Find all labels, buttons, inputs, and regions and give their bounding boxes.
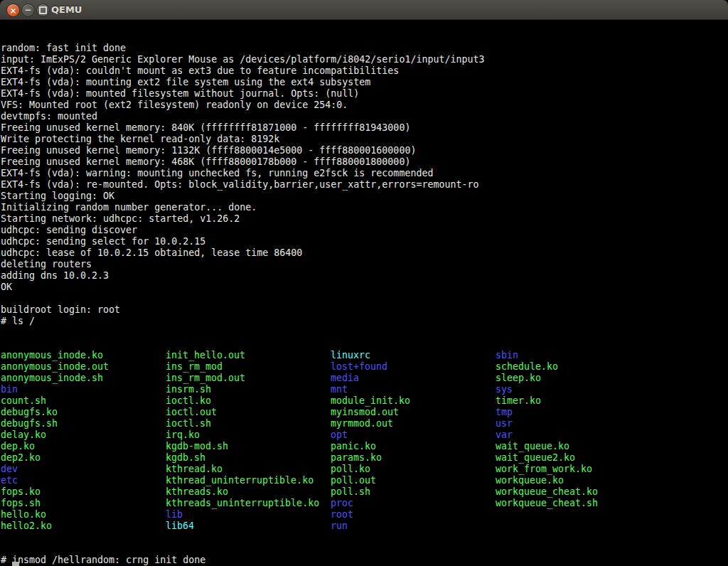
ls-entry: kthread_uninterruptible.ko: [166, 475, 331, 486]
ls-entry: ins_rm_mod.out: [166, 373, 331, 384]
ls-entry: workqueue_cheat.sh: [496, 498, 598, 509]
terminal-line: Freeing unused kernel memory: 840K (ffff…: [0, 122, 728, 134]
ls-row: hello2.kolib64run: [0, 520, 728, 532]
ls-entry: myinsmod.out: [331, 407, 496, 418]
terminal-line: deleting routers: [0, 259, 728, 270]
ls-entry: poll.out: [331, 475, 496, 486]
ls-entry: anonymous_inode.ko: [1, 350, 166, 361]
terminal-line: input: ImExPS/2 Generic Explorer Mouse a…: [0, 54, 728, 65]
ls-entry: etc: [1, 475, 166, 486]
ls-entry: ioctl.sh: [166, 418, 331, 429]
ls-entry: schedule.ko: [496, 361, 558, 373]
ls-row: count.shioctl.komodule_init.kotimer.ko: [0, 395, 728, 407]
terminal-line: Initializing random number generator... …: [0, 202, 728, 213]
ls-entry: hello2.ko: [1, 520, 166, 532]
ls-row: bininsrm.shmntsys: [0, 384, 728, 395]
ls-row: fops.kokthreads.kopoll.shworkqueue_cheat…: [0, 486, 728, 498]
terminal-line: Freeing unused kernel memory: 468K (ffff…: [0, 156, 728, 168]
terminal-line: random: fast init done: [0, 43, 728, 54]
ls-entry: timer.ko: [496, 395, 541, 407]
shell-log: # insmod /hellrandom: crng init done# in…: [0, 555, 728, 566]
ls-entry: lost+found: [331, 361, 496, 373]
terminal-line: Write protecting the kernel read-only da…: [0, 134, 728, 145]
minimize-button[interactable]: −: [21, 4, 35, 17]
terminal-line: udhcpc: sending discover: [0, 225, 728, 236]
ls-row: debugfs.koioctl.outmyinsmod.outtmp: [0, 407, 728, 418]
ls-entry: usr: [496, 418, 513, 429]
ls-entry: poll.sh: [331, 486, 496, 498]
ls-entry: dev: [1, 464, 166, 475]
close-icon: ×: [9, 6, 16, 15]
terminal-line: OK: [0, 282, 728, 293]
terminal-line: # ls /: [0, 316, 728, 327]
ls-row: anonymous_inode.koinit_hello.outlinuxrcs…: [0, 350, 728, 361]
ls-entry: debugfs.sh: [1, 418, 166, 429]
terminal-line: Starting network: udhcpc: started, v1.26…: [0, 213, 728, 225]
ls-entry: fops.sh: [1, 498, 166, 509]
ls-entry: root: [331, 509, 496, 520]
ls-entry: sleep.ko: [496, 373, 541, 384]
ls-entry: run: [331, 520, 496, 532]
ls-entry: lib64: [166, 520, 331, 532]
ls-entry: ioctl.ko: [166, 395, 331, 407]
ls-entry: media: [331, 373, 496, 384]
ls-entry: wait_queue.ko: [496, 441, 569, 452]
terminal-screen[interactable]: random: fast init doneinput: ImExPS/2 Ge…: [0, 20, 728, 566]
terminal-line: buildroot login: root: [0, 304, 728, 316]
terminal-line: udhcpc: sending select for 10.0.2.15: [0, 236, 728, 247]
ls-entry: myrmmod.out: [331, 418, 496, 429]
ls-entry: work_from_work.ko: [496, 464, 592, 475]
ls-entry: kgdb-mod.sh: [166, 441, 331, 452]
ls-row: fops.shkthreads_uninterruptible.koprocwo…: [0, 498, 728, 509]
ls-entry: sys: [496, 384, 513, 395]
ls-row: anonymous_inode.outins_rm_modlost+founds…: [0, 361, 728, 373]
ls-entry: panic.ko: [331, 441, 496, 452]
ls-entry: workqueue.ko: [496, 475, 564, 486]
ls-entry: debugfs.ko: [1, 407, 166, 418]
terminal-line: EXT4-fs (vda): couldn't mount as ext3 du…: [0, 65, 728, 77]
ls-entry: lib: [166, 509, 331, 520]
ls-entry: anonymous_inode.sh: [1, 373, 166, 384]
ls-entry: wait_queue2.ko: [496, 452, 575, 464]
ls-row: dep2.kokgdb.shparams.kowait_queue2.ko: [0, 452, 728, 464]
terminal-line: VFS: Mounted root (ext2 filesystem) read…: [0, 100, 728, 111]
qemu-window: × − QEMU random: fast init doneinput: Im…: [0, 0, 728, 566]
boot-log: random: fast init doneinput: ImExPS/2 Ge…: [0, 43, 728, 327]
ls-entry: dep.ko: [1, 441, 166, 452]
ls-entry: insrm.sh: [166, 384, 331, 395]
ls-entry: module_init.ko: [331, 395, 496, 407]
close-button[interactable]: ×: [6, 4, 20, 17]
ls-entry: dep2.ko: [1, 452, 166, 464]
ls-entry: linuxrc: [331, 350, 496, 361]
ls-entry: delay.ko: [1, 429, 166, 441]
ls-output: anonymous_inode.koinit_hello.outlinuxrcs…: [0, 350, 728, 532]
titlebar[interactable]: × − QEMU: [0, 0, 728, 20]
minimize-icon: −: [24, 6, 31, 14]
ls-entry: workqueue_cheat.ko: [496, 486, 598, 498]
ls-entry: kthread.ko: [166, 464, 331, 475]
terminal-line: Freeing unused kernel memory: 1132K (fff…: [0, 145, 728, 156]
terminal-line: Starting logging: OK: [0, 191, 728, 202]
ls-row: debugfs.shioctl.shmyrmmod.outusr: [0, 418, 728, 429]
ls-entry: hello.ko: [1, 509, 166, 520]
ls-entry: irq.ko: [166, 429, 331, 441]
ls-row: delay.koirq.kooptvar: [0, 429, 728, 441]
ls-entry: var: [496, 429, 513, 441]
terminal-line: adding dns 10.0.2.3: [0, 270, 728, 282]
ls-row: anonymous_inode.shins_rm_mod.outmediasle…: [0, 373, 728, 384]
ls-entry: anonymous_inode.out: [1, 361, 166, 373]
ls-entry: tmp: [496, 407, 513, 418]
ls-entry: kthreads_uninterruptible.ko: [166, 498, 331, 509]
ls-row: devkthread.kopoll.kowork_from_work.ko: [0, 464, 728, 475]
terminal-line: EXT4-fs (vda): mounted filesystem withou…: [0, 88, 728, 100]
ls-entry: bin: [1, 384, 166, 395]
ls-entry: kgdb.sh: [166, 452, 331, 464]
ls-entry: poll.ko: [331, 464, 496, 475]
maximize-icon: [39, 6, 47, 14]
terminal-line: # insmod /hellrandom: crng init done: [0, 555, 728, 566]
terminal-line: udhcpc: lease of 10.0.2.15 obtained, lea…: [0, 247, 728, 259]
maximize-button[interactable]: [36, 4, 50, 17]
window-title: QEMU: [51, 0, 82, 20]
ls-entry: ins_rm_mod: [166, 361, 331, 373]
ls-entry: opt: [331, 429, 496, 441]
